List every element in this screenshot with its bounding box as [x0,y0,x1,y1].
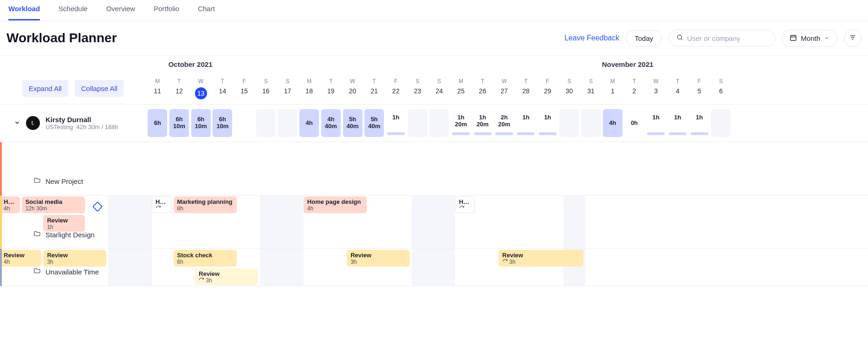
day-column[interactable]: W20 [342,74,363,104]
day-number: 12 [168,87,190,95]
day-column[interactable]: F5 [688,74,710,104]
day-column[interactable]: T2 [623,74,645,104]
workload-cell[interactable]: 5h40m [342,109,363,137]
day-column[interactable]: T28 [515,74,537,104]
day-column[interactable]: T19 [320,74,342,104]
project-row: Unavailable TimeUn…8h [0,249,868,286]
day-name: F [233,78,255,85]
day-column[interactable]: S16 [255,74,277,104]
tab-schedule[interactable]: Schedule [58,5,88,20]
workload-cell[interactable]: 4h [298,109,320,137]
workload-cell[interactable]: 1h20m [472,109,493,137]
workload-cell[interactable] [710,109,732,137]
day-column[interactable]: S24 [428,74,450,104]
tab-chart[interactable]: Chart [198,5,215,20]
day-number: 17 [277,87,298,95]
search-input[interactable] [687,34,767,42]
workload-cell[interactable]: 5h40m [363,109,385,137]
workload-cell[interactable]: 6h [147,109,168,137]
project-name[interactable]: New Project [45,177,83,185]
day-name: M [147,78,168,85]
day-name: F [688,78,710,85]
day-column[interactable]: S23 [407,74,428,104]
day-column[interactable]: M18 [298,74,320,104]
tab-workload[interactable]: Workload [8,5,40,20]
day-column[interactable]: M1 [602,74,623,104]
day-name: M [450,78,472,85]
search-icon [676,34,683,42]
day-column[interactable]: T12 [168,74,190,104]
day-column[interactable]: M11 [147,74,168,104]
day-column[interactable]: W13 [190,74,212,104]
day-column[interactable]: S6 [710,74,732,104]
day-number: 28 [515,87,537,95]
project-name[interactable]: Starlight Design [45,231,95,239]
day-column[interactable]: S17 [277,74,298,104]
day-column[interactable]: F29 [537,74,558,104]
workload-cell[interactable]: 4h [602,109,623,137]
today-button[interactable]: Today [626,30,662,46]
day-number: 21 [363,87,385,95]
workload-cell[interactable]: 0h [623,109,645,137]
workload-cell[interactable] [558,109,580,137]
person-row[interactable]: t. Kirsty Durnall USTesting 42h 30m / 16… [0,104,868,142]
workload-cell[interactable]: 1h [688,109,710,137]
workload-cell[interactable]: 1h [515,109,537,137]
day-name: T [667,78,689,85]
expand-all-button[interactable]: Expand All [22,80,68,97]
day-column[interactable]: S31 [580,74,602,104]
day-name: T [472,78,493,85]
day-name: S [428,78,450,85]
day-column[interactable]: M25 [450,74,472,104]
day-name: S [255,78,277,85]
workload-cell[interactable] [255,109,277,137]
workload-cell[interactable]: 2h20m [493,109,515,137]
view-range-label: Month [801,34,820,42]
day-column[interactable]: F15 [233,74,255,104]
leave-feedback-link[interactable]: Leave Feedback [564,34,619,42]
workload-cell[interactable]: 6h10m [168,109,190,137]
folder-icon [33,267,41,276]
day-column[interactable]: S30 [558,74,580,104]
person-meta: USTesting 42h 30m / 168h [45,124,118,130]
workload-cell[interactable]: 1h [667,109,689,137]
day-column[interactable]: T4 [667,74,689,104]
workload-cell[interactable]: 1h [537,109,558,137]
workload-cell[interactable]: 1h [385,109,407,137]
day-column[interactable]: W27 [493,74,515,104]
day-name: W [342,78,363,85]
workload-cell[interactable] [428,109,450,137]
workload-cell[interactable]: 6h10m [212,109,233,137]
day-column[interactable]: F22 [385,74,407,104]
project-name[interactable]: Unavailable Time [45,268,99,276]
day-number: 20 [342,87,363,95]
project-row: New ProjectHo…4hSocial media12h 30mHo…4.… [0,142,868,196]
day-number: 18 [298,87,320,95]
workload-cell[interactable] [233,109,255,137]
search-input-wrap[interactable] [668,30,775,46]
workload-cell[interactable] [277,109,298,137]
workload-cell[interactable] [580,109,602,137]
workload-cell[interactable]: 1h20m [450,109,472,137]
filter-button[interactable] [844,29,862,47]
workload-cell[interactable]: 1h [645,109,667,137]
day-number: 15 [233,87,255,95]
day-number: 27 [493,87,515,95]
tab-portfolio[interactable]: Portfolio [154,5,179,20]
day-name: W [645,78,667,85]
day-name: W [493,78,515,85]
view-range-dropdown[interactable]: Month [782,30,837,47]
collapse-all-button[interactable]: Collapse All [75,80,124,97]
day-name: S [580,78,602,85]
day-column[interactable]: T14 [212,74,233,104]
planner: October 2021November 2021 Expand All Col… [0,55,868,286]
workload-cell[interactable]: 4h40m [320,109,342,137]
tab-overview[interactable]: Overview [106,5,136,20]
workload-cell[interactable]: 6h10m [190,109,212,137]
chevron-down-icon[interactable] [14,119,20,127]
workload-cell[interactable] [407,109,428,137]
day-column[interactable]: W3 [645,74,667,104]
day-name: S [558,78,580,85]
day-column[interactable]: T21 [363,74,385,104]
day-column[interactable]: T26 [472,74,493,104]
